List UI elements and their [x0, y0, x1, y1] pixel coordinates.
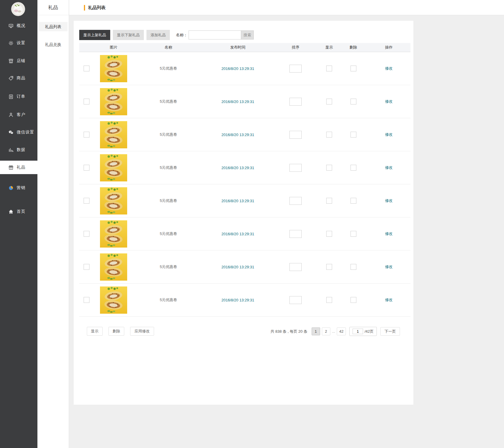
row-select-checkbox[interactable] — [84, 264, 89, 270]
row-select-checkbox[interactable] — [84, 132, 89, 138]
table-row: 5元优惠卷2016/8/20 13:29:31修改 — [79, 184, 410, 217]
sidebar-item-label: 营销 — [17, 185, 25, 190]
gift-publish-time: 2016/8/20 13:29:31 — [221, 265, 254, 269]
subnav-item-gift-list[interactable]: 礼品列表 — [39, 22, 68, 31]
sort-input[interactable] — [289, 98, 302, 106]
pagination: 共 838 条 , 每页 20 条 1 2 ... 42 /42页 下一页 — [270, 327, 400, 336]
delete-checkbox[interactable] — [351, 99, 356, 104]
edit-link[interactable]: 修改 — [385, 132, 393, 137]
subpanel-title: 礼品 — [37, 0, 69, 15]
show-checkbox[interactable] — [326, 297, 332, 303]
gift-image — [100, 154, 127, 181]
name-filter-label: 名称： — [176, 32, 187, 38]
gift-image — [100, 121, 127, 148]
order-icon — [8, 94, 14, 99]
show-checkbox[interactable] — [326, 165, 332, 171]
row-select-checkbox[interactable] — [84, 231, 89, 237]
delete-checkbox[interactable] — [351, 231, 356, 237]
toolbar: 显示上架礼品 显示下架礼品 添加礼品 名称： 搜索 — [79, 30, 254, 40]
show-checkbox[interactable] — [326, 66, 332, 71]
sort-input[interactable] — [289, 230, 302, 238]
sort-input[interactable] — [289, 263, 302, 271]
sidebar-item-bar-chart[interactable]: 数据 — [0, 143, 37, 157]
sort-input[interactable] — [289, 164, 302, 172]
delete-checkbox[interactable] — [351, 297, 356, 303]
page-button-42[interactable]: 42 — [337, 327, 346, 335]
sidebar-item-order[interactable]: 订单 — [0, 90, 37, 103]
gift-image — [100, 187, 127, 214]
gift-name: 5元优惠卷 — [160, 231, 177, 236]
gift-image — [100, 253, 127, 281]
page-button-1[interactable]: 1 — [312, 327, 320, 335]
pagination-ellipsis: ... — [332, 329, 335, 334]
sidebar-item-shop[interactable]: 店铺 — [0, 54, 37, 68]
gift-publish-time: 2016/8/20 13:29:31 — [221, 66, 254, 71]
page-total-label: /42页 — [365, 329, 374, 334]
sidebar-item-gear[interactable]: 设置 — [0, 36, 37, 50]
gift-name: 5元优惠卷 — [160, 264, 177, 270]
show-offshelf-button[interactable]: 显示下架礼品 — [113, 30, 144, 40]
sidebar-item-gift[interactable]: 礼品 — [0, 161, 37, 174]
delete-checkbox[interactable] — [351, 66, 356, 71]
gift-publish-time: 2016/8/20 13:29:31 — [221, 232, 254, 236]
sidebar-item-home[interactable]: 首页 — [0, 205, 37, 218]
edit-link[interactable]: 修改 — [385, 264, 393, 270]
batch-actions: 显示 删除 应用修改 — [87, 327, 154, 336]
name-search-input[interactable] — [189, 30, 241, 40]
header-show: 显示 — [325, 45, 333, 50]
page-jump-input[interactable] — [353, 329, 363, 334]
sidebar-item-customer[interactable]: 客户 — [0, 108, 37, 121]
next-page-button[interactable]: 下一页 — [380, 327, 400, 336]
wechat-icon — [8, 129, 14, 135]
sidebar-item-tag[interactable]: 商品 — [0, 71, 37, 85]
show-onshelf-button[interactable]: 显示上架礼品 — [79, 30, 110, 40]
delete-checkbox[interactable] — [351, 165, 356, 171]
add-gift-button[interactable]: 添加礼品 — [146, 30, 170, 40]
delete-checkbox[interactable] — [351, 132, 356, 138]
row-select-checkbox[interactable] — [84, 297, 89, 303]
sidebar-item-label: 店铺 — [17, 58, 25, 63]
edit-link[interactable]: 修改 — [385, 66, 393, 71]
dashboard-icon — [8, 23, 14, 29]
sort-input[interactable] — [289, 296, 302, 304]
pie-chart-icon — [8, 185, 14, 191]
sort-input[interactable] — [289, 131, 302, 139]
apply-changes-button[interactable]: 应用修改 — [130, 327, 154, 336]
row-select-checkbox[interactable] — [84, 99, 89, 104]
sidebar-item-wechat[interactable]: 微信设置 — [0, 126, 37, 139]
delete-checkbox[interactable] — [351, 264, 356, 270]
bar-chart-icon — [8, 147, 14, 153]
edit-link[interactable]: 修改 — [385, 231, 393, 236]
show-checkbox[interactable] — [326, 264, 332, 270]
subnav-item-gift-exchange[interactable]: 礼品兑换 — [39, 40, 68, 49]
search-button[interactable]: 搜索 — [241, 30, 254, 40]
delete-checkbox[interactable] — [351, 198, 356, 204]
sort-input[interactable] — [289, 65, 302, 73]
show-checkbox[interactable] — [326, 231, 332, 237]
show-checkbox[interactable] — [326, 99, 332, 104]
batch-show-button[interactable]: 显示 — [87, 327, 103, 336]
show-checkbox[interactable] — [326, 132, 332, 138]
sort-input[interactable] — [289, 197, 302, 205]
batch-delete-button[interactable]: 删除 — [108, 327, 124, 336]
row-select-checkbox[interactable] — [84, 165, 89, 171]
sidebar-item-label: 商品 — [17, 75, 25, 81]
edit-link[interactable]: 修改 — [385, 297, 393, 303]
store-avatar — [11, 2, 25, 16]
page-button-2[interactable]: 2 — [322, 327, 330, 335]
sidebar-item-pie-chart[interactable]: 营销 — [0, 181, 37, 195]
row-select-checkbox[interactable] — [84, 198, 89, 204]
gift-publish-time: 2016/8/20 13:29:31 — [221, 298, 254, 302]
edit-link[interactable]: 修改 — [385, 165, 393, 170]
edit-link[interactable]: 修改 — [385, 99, 393, 104]
edit-link[interactable]: 修改 — [385, 198, 393, 203]
sidebar-item-dashboard[interactable]: 概况 — [0, 19, 37, 32]
table-row: 5元优惠卷2016/8/20 13:29:31修改 — [79, 151, 410, 184]
sidebar-item-label: 概况 — [17, 23, 25, 28]
table-row: 5元优惠卷2016/8/20 13:29:31修改 — [79, 118, 410, 151]
header-publish-time: 发布时间 — [230, 45, 246, 50]
gift-publish-time: 2016/8/20 13:29:31 — [221, 99, 254, 104]
row-select-checkbox[interactable] — [84, 66, 89, 71]
show-checkbox[interactable] — [326, 198, 332, 204]
table-row: 5元优惠卷2016/8/20 13:29:31修改 — [79, 284, 410, 317]
